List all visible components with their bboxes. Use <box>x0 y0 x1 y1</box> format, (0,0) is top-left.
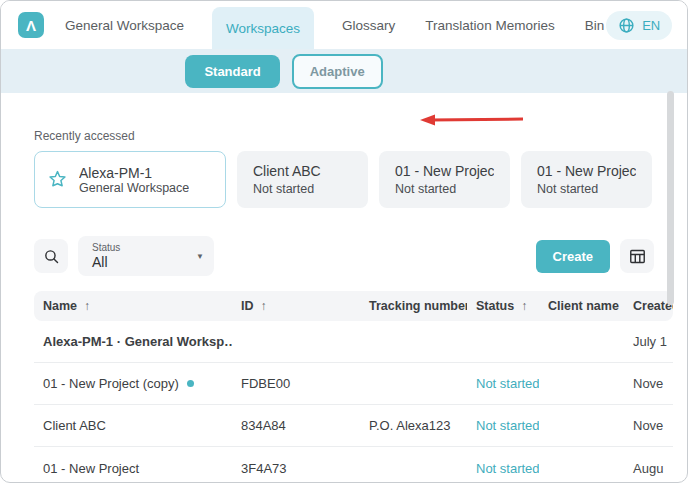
column-header-status[interactable]: Status ↑ <box>467 299 539 313</box>
table-row-client-abc[interactable]: Client ABC 834A84 P.O. Alexa123 Not star… <box>34 405 673 447</box>
card-title: Alexa-PM-1 <box>79 165 189 181</box>
recent-card-new-project-copy[interactable]: 01 - New Project (c… Not started <box>379 151 510 208</box>
table-row-new-project-copy[interactable]: 01 - New Project (copy) FDBE00 Not start… <box>34 363 673 405</box>
chevron-down-icon: ▼ <box>196 252 204 261</box>
card-subtitle: General Workspace <box>79 181 189 195</box>
search-icon <box>43 248 60 265</box>
nav-general-workspace[interactable]: General Workspace <box>63 1 186 49</box>
table-columns-icon <box>628 247 647 266</box>
app-window: Λ General Workspace Workspaces Glossary … <box>0 0 688 483</box>
cell-created: Augu <box>624 461 673 476</box>
cell-created: Nove <box>624 376 673 391</box>
filter-row: Status All ▼ Create <box>34 236 687 276</box>
card-title: Client ABC <box>253 163 352 179</box>
cell-created: July 1 <box>624 334 673 349</box>
vertical-scrollbar[interactable] <box>667 91 674 305</box>
column-settings-button[interactable] <box>620 239 654 273</box>
cell-name: 01 - New Project (copy) <box>34 376 232 391</box>
column-header-tracking-number[interactable]: Tracking number ↑ <box>360 299 467 313</box>
column-label: Status <box>476 299 514 313</box>
top-navigation-bar: Λ General Workspace Workspaces Glossary … <box>1 1 687 49</box>
cell-name: Client ABC <box>34 418 232 433</box>
cell-created: Nove <box>624 418 673 433</box>
column-label: Client name <box>548 299 619 313</box>
globe-icon <box>618 17 635 34</box>
search-button[interactable] <box>34 239 68 273</box>
create-button[interactable]: Create <box>536 240 610 273</box>
view-mode-toolbar: Standard Adaptive <box>1 49 687 93</box>
logo-glyph: Λ <box>26 17 36 34</box>
sort-asc-icon: ↑ <box>84 299 90 313</box>
nav-workspaces[interactable]: Workspaces <box>212 7 314 49</box>
nav-translation-memories[interactable]: Translation Memories <box>423 1 556 49</box>
column-label: Name <box>43 299 77 313</box>
adaptive-view-button[interactable]: Adaptive <box>292 54 383 89</box>
cell-status: Not started <box>467 376 539 391</box>
red-annotation-arrow <box>420 113 524 127</box>
cell-tracking: P.O. Alexa123 <box>360 418 467 433</box>
table-row-new-project[interactable]: 01 - New Project 3F4A73 Not started Augu <box>34 447 673 483</box>
column-header-client-name[interactable]: Client name ↑ <box>539 299 624 313</box>
status-filter-value: All <box>92 254 196 270</box>
table-row-group-alexa-pm-1[interactable]: Alexa-PM-1 · General Worksp… July 1 <box>34 321 673 363</box>
app-logo[interactable]: Λ <box>18 12 44 38</box>
sort-asc-icon: ↑ <box>261 299 267 313</box>
standard-view-button[interactable]: Standard <box>185 55 279 88</box>
card-title: 01 - New Project (c… <box>395 163 494 179</box>
recent-card-alexa-pm-1[interactable]: Alexa-PM-1 General Workspace <box>34 151 226 208</box>
recently-accessed-label: Recently accessed <box>34 129 687 143</box>
status-filter-dropdown[interactable]: Status All ▼ <box>78 236 214 276</box>
nav-bin[interactable]: Bin <box>583 1 607 49</box>
main-nav: General Workspace Workspaces Glossary Tr… <box>63 1 606 49</box>
column-label: Tracking number <box>369 299 467 313</box>
cell-status: Not started <box>467 461 539 476</box>
card-subtitle: Not started <box>537 182 636 196</box>
projects-table: Name ↑ ID ↑ Tracking number ↑ Status ↑ C… <box>34 291 673 483</box>
recent-card-new-project[interactable]: 01 - New Project Not started <box>521 151 652 208</box>
status-dot-badge <box>187 380 194 387</box>
language-label: EN <box>642 18 660 33</box>
recently-accessed-cards: Alexa-PM-1 General Workspace Client ABC … <box>34 151 687 208</box>
card-subtitle: Not started <box>395 182 494 196</box>
cell-name: Alexa-PM-1 · General Worksp… <box>34 334 232 349</box>
cell-id: 834A84 <box>232 418 360 433</box>
main-content: Recently accessed Alexa-PM-1 General Wor… <box>1 93 687 483</box>
cell-id: FDBE00 <box>232 376 360 391</box>
table-header-row: Name ↑ ID ↑ Tracking number ↑ Status ↑ C… <box>34 291 673 321</box>
status-filter-label: Status <box>92 242 196 253</box>
star-icon[interactable] <box>47 169 68 190</box>
cell-id: 3F4A73 <box>232 461 360 476</box>
column-header-id[interactable]: ID ↑ <box>232 299 360 313</box>
row-name-label: 01 - New Project (copy) <box>43 376 179 391</box>
column-label: ID <box>241 299 254 313</box>
cell-status: Not started <box>467 418 539 433</box>
recent-card-client-abc[interactable]: Client ABC Not started <box>237 151 368 208</box>
card-subtitle: Not started <box>253 182 352 196</box>
card-title: 01 - New Project <box>537 163 636 179</box>
cell-name: 01 - New Project <box>34 461 232 476</box>
sort-asc-icon: ↑ <box>521 299 527 313</box>
language-selector[interactable]: EN <box>606 11 672 40</box>
column-header-name[interactable]: Name ↑ <box>34 299 232 313</box>
column-header-created[interactable]: Created <box>624 299 673 313</box>
nav-glossary[interactable]: Glossary <box>340 1 397 49</box>
